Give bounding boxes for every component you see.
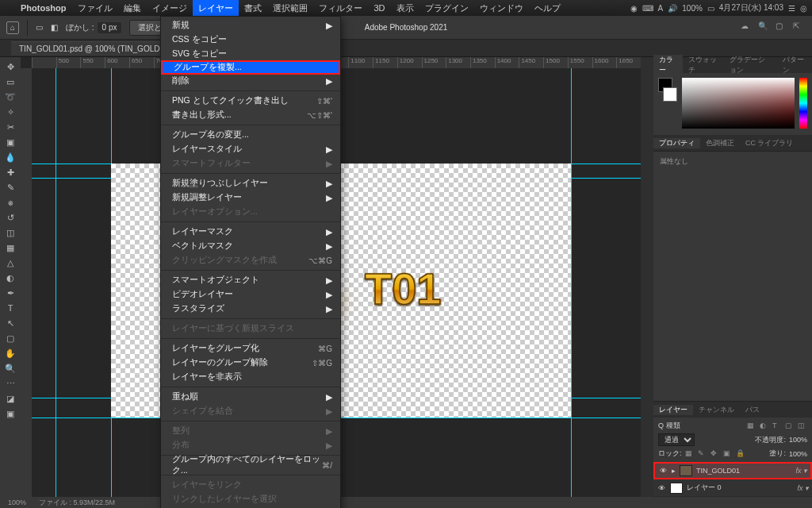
- menu-フィルター[interactable]: フィルター: [313, 0, 368, 16]
- guide-vertical[interactable]: [56, 68, 56, 497]
- spotlight-icon[interactable]: ☰: [788, 4, 795, 13]
- eraser-tool[interactable]: ◫: [0, 225, 21, 240]
- keyboard-icon[interactable]: ⌨: [642, 4, 653, 13]
- search-icon[interactable]: 🔍: [758, 21, 771, 34]
- lock-pos-icon[interactable]: ✥: [710, 449, 720, 459]
- wifi-icon[interactable]: ◉: [630, 4, 638, 13]
- panel-tab[interactable]: パス: [740, 405, 765, 415]
- blur-tool[interactable]: △: [0, 256, 21, 270]
- menu-item[interactable]: ビデオレイヤー▶: [161, 287, 340, 302]
- date-time[interactable]: 4月27日(水) 14:03: [719, 2, 783, 13]
- layer-filter-kind[interactable]: Q 種類: [658, 421, 680, 431]
- visibility-icon[interactable]: 👁: [658, 467, 668, 475]
- workspace-icon[interactable]: ▢: [776, 21, 788, 34]
- collapsed-panel-strip[interactable]: [641, 57, 653, 497]
- shape-tool[interactable]: ▢: [0, 331, 21, 345]
- menu-item[interactable]: レイヤーのグループ解除⇧⌘G: [161, 356, 340, 370]
- expand-icon[interactable]: ▸: [672, 467, 676, 475]
- stamp-tool[interactable]: ⎈: [0, 195, 21, 210]
- crop-tool[interactable]: ✂: [0, 120, 21, 134]
- lock-trans-icon[interactable]: ▦: [685, 449, 695, 459]
- menu-item[interactable]: CSS をコピー: [161, 33, 340, 47]
- panel-tab[interactable]: レイヤー: [653, 405, 693, 415]
- wand-tool[interactable]: ✧: [0, 105, 21, 119]
- blend-mode-select[interactable]: 通過: [658, 433, 695, 446]
- edit-toolbar[interactable]: ⋯: [0, 376, 21, 391]
- control-center-icon[interactable]: ◎: [800, 4, 807, 13]
- blur-value[interactable]: 0 px: [98, 22, 122, 33]
- menu-レイヤー[interactable]: レイヤー: [193, 0, 239, 16]
- lock-pixel-icon[interactable]: ✎: [698, 449, 707, 459]
- menu-item[interactable]: 削除▶: [161, 74, 340, 88]
- color-picker-field[interactable]: [682, 78, 795, 129]
- canvas-text-layer[interactable]: T01: [365, 263, 442, 314]
- battery-icon[interactable]: ▭: [707, 4, 714, 13]
- layer-fx-badge[interactable]: fx ▾: [797, 484, 809, 492]
- layer-row[interactable]: 👁▸TIN_GOLD01fx ▾: [653, 462, 812, 479]
- layer-thumbnail[interactable]: [680, 465, 692, 476]
- app-name[interactable]: Photoshop: [21, 3, 66, 13]
- filter-pixel-icon[interactable]: ▦: [747, 421, 756, 431]
- ruler-vertical[interactable]: [21, 68, 32, 497]
- filter-type-icon[interactable]: T: [772, 421, 782, 431]
- menu-3D[interactable]: 3D: [368, 0, 390, 16]
- history-brush-tool[interactable]: ↺: [0, 210, 21, 225]
- menu-item[interactable]: ラスタライズ▶: [161, 302, 340, 316]
- menu-プラグイン[interactable]: プラグイン: [419, 0, 474, 16]
- panel-tab[interactable]: 色調補正: [700, 138, 740, 148]
- layer-thumbnail[interactable]: [670, 483, 683, 494]
- path-tool[interactable]: ↖: [0, 316, 21, 330]
- visibility-icon[interactable]: 👁: [657, 484, 666, 492]
- fill-value[interactable]: 100%: [789, 450, 807, 458]
- panel-tab[interactable]: チャンネル: [693, 405, 740, 415]
- menu-イメージ[interactable]: イメージ: [147, 0, 193, 16]
- menu-item[interactable]: 新規塗りつぶしレイヤー▶: [161, 176, 340, 190]
- menu-item[interactable]: グループ内のすべてのレイヤーをロック...⌘/: [161, 458, 340, 472]
- move-tool[interactable]: ✥: [0, 60, 21, 74]
- menu-item[interactable]: SVG をコピー: [161, 47, 340, 61]
- fg-bg-swatch[interactable]: ◪: [0, 391, 21, 406]
- menu-ヘルプ[interactable]: ヘルプ: [529, 0, 566, 16]
- share-icon[interactable]: ⇱: [793, 21, 806, 34]
- zoom-level[interactable]: 100%: [8, 498, 26, 506]
- menu-item[interactable]: レイヤースタイル▶: [161, 142, 340, 156]
- menu-item[interactable]: レイヤーマスク▶: [161, 225, 340, 239]
- marquee-icon[interactable]: ▭: [36, 23, 43, 32]
- menu-item[interactable]: ベクトルマスク▶: [161, 239, 340, 253]
- dodge-tool[interactable]: ◐: [0, 271, 21, 285]
- lasso-tool[interactable]: ➰: [0, 90, 21, 104]
- lock-artboard-icon[interactable]: ▣: [723, 449, 733, 459]
- tool-preset-icon[interactable]: ◧: [51, 23, 58, 32]
- menu-書式[interactable]: 書式: [239, 0, 267, 16]
- filter-shape-icon[interactable]: ▢: [785, 421, 795, 431]
- lock-all-icon[interactable]: 🔒: [736, 449, 745, 459]
- cloud-icon[interactable]: ☁: [741, 21, 753, 34]
- gradient-tool[interactable]: ▦: [0, 241, 21, 255]
- menu-ファイル[interactable]: ファイル: [72, 0, 118, 16]
- menu-編集[interactable]: 編集: [118, 0, 147, 16]
- menu-item[interactable]: 重ね順▶: [161, 390, 340, 404]
- home-icon[interactable]: ⌂: [6, 21, 19, 34]
- menu-item[interactable]: グループを複製...: [161, 60, 340, 75]
- frame-tool[interactable]: ▣: [0, 135, 21, 149]
- quickmask-icon[interactable]: ▣: [0, 406, 21, 421]
- type-tool[interactable]: T: [0, 301, 21, 315]
- pen-tool[interactable]: ✒: [0, 286, 21, 300]
- layer-fx-badge[interactable]: fx ▾: [795, 467, 807, 475]
- menu-item[interactable]: スマートオブジェクト▶: [161, 273, 340, 287]
- panel-tab[interactable]: プロパティ: [653, 138, 700, 148]
- menu-item[interactable]: グループ名の変更...: [161, 128, 340, 142]
- menu-ウィンドウ[interactable]: ウィンドウ: [474, 0, 529, 16]
- hue-slider[interactable]: [799, 78, 807, 129]
- layer-row[interactable]: 👁レイヤー 0fx ▾: [653, 479, 812, 497]
- guide-vertical[interactable]: [571, 68, 572, 497]
- menu-item[interactable]: 書き出し形式...⌥⇧⌘': [161, 108, 340, 122]
- background-swatch[interactable]: [663, 87, 677, 102]
- menu-表示[interactable]: 表示: [391, 0, 419, 16]
- menu-item[interactable]: 新規▶: [161, 18, 340, 33]
- brush-tool[interactable]: ✎: [0, 180, 21, 194]
- marquee-tool[interactable]: ▭: [0, 75, 21, 89]
- filter-smart-icon[interactable]: ◫: [798, 421, 807, 431]
- eyedropper-tool[interactable]: 💧: [0, 150, 21, 164]
- menu-item[interactable]: レイヤーをグループ化⌘G: [161, 341, 340, 356]
